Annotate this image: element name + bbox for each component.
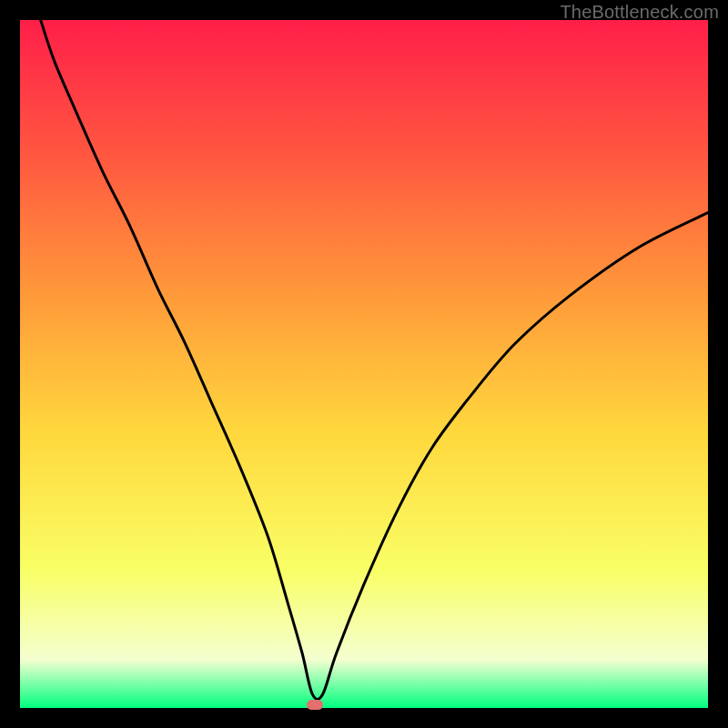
optimal-marker [307, 700, 323, 710]
watermark-text: TheBottleneck.com [560, 2, 719, 23]
chart-frame [20, 20, 708, 708]
bottleneck-curve [20, 20, 708, 708]
